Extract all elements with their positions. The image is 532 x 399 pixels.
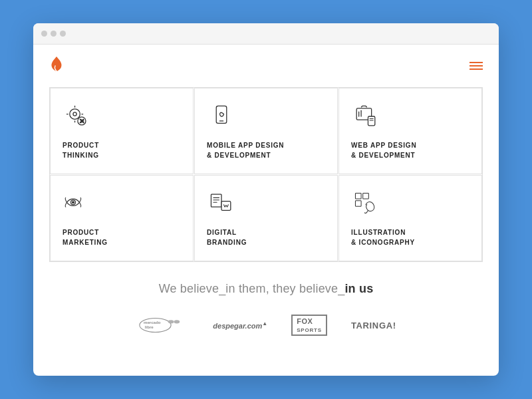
client-logo-mercadolibre: mercado libre (136, 316, 189, 334)
dot-red (41, 31, 47, 37)
service-card-product-thinking[interactable]: ✕ PRODUCTTHINKING (50, 88, 194, 174)
svg-rect-25 (355, 193, 361, 199)
service-label-digital-branding: DIGITALBRANDING (207, 227, 325, 247)
mobile-app-icon (207, 102, 236, 131)
browser-content: ✕ PRODUCTTHINKING (33, 45, 499, 376)
illustration-icon (351, 189, 380, 218)
fox-text: FOXSPORTS (291, 315, 327, 336)
logo-icon[interactable] (49, 55, 64, 76)
page-header (33, 45, 499, 87)
svg-point-32 (174, 320, 180, 323)
digital-branding-icon (207, 189, 236, 218)
service-card-web-app[interactable]: WEB APP DESIGN& DEVELOPMENT (338, 88, 482, 174)
service-label-product-thinking: PRODUCTTHINKING (63, 140, 181, 160)
service-label-mobile-app: MOBILE APP DESIGN& DEVELOPMENT (207, 140, 325, 160)
tagline-text: We believe_in them, they believe_in us (49, 282, 483, 296)
svg-rect-15 (368, 116, 374, 126)
dot-green (60, 31, 66, 37)
taringa-text: TARINGA! (351, 321, 396, 331)
web-app-icon (351, 102, 380, 131)
browser-dots (41, 31, 66, 37)
service-label-product-marketing: PRODUCTMARKETING (63, 227, 181, 247)
svg-point-19 (72, 201, 74, 203)
browser-titlebar (33, 23, 499, 45)
svg-rect-26 (363, 193, 369, 199)
svg-rect-20 (211, 194, 221, 207)
service-card-digital-branding[interactable]: DIGITALBRANDING (194, 175, 338, 261)
client-logo-fox: FOXSPORTS (291, 315, 327, 336)
services-grid: ✕ PRODUCTTHINKING (49, 87, 483, 262)
service-card-illustration[interactable]: ILLUSTRATION& ICONOGRAPHY (338, 175, 482, 261)
svg-point-31 (168, 320, 174, 323)
tagline-section: We believe_in them, they believe_in us (33, 262, 499, 307)
svg-text:libre: libre (145, 325, 154, 329)
tagline-suffix: in us (344, 282, 373, 295)
product-marketing-icon (63, 189, 92, 218)
svg-text:mercado: mercado (144, 320, 161, 325)
despegar-text: despegar.com▲ (213, 321, 267, 330)
service-card-mobile-app[interactable]: MOBILE APP DESIGN& DEVELOPMENT (194, 88, 338, 174)
browser-window: ✕ PRODUCTTHINKING (33, 23, 499, 376)
client-logo-taringa: TARINGA! (351, 321, 396, 331)
service-card-product-marketing[interactable]: PRODUCTMARKETING (50, 175, 194, 261)
product-thinking-icon: ✕ (63, 102, 92, 131)
svg-point-0 (70, 109, 80, 120)
service-label-web-app: WEB APP DESIGN& DEVELOPMENT (351, 140, 469, 160)
service-label-illustration: ILLUSTRATION& ICONOGRAPHY (351, 227, 469, 247)
dot-yellow (51, 31, 57, 37)
clients-section: mercado libre despegar.com▲ FOXSPORTS TA… (33, 307, 499, 349)
svg-point-1 (73, 112, 76, 116)
tagline-prefix: We believe_in them, they believe_ (159, 282, 345, 295)
client-logo-despegar: despegar.com▲ (213, 321, 267, 330)
svg-rect-27 (355, 201, 361, 207)
hamburger-menu-icon[interactable] (469, 62, 483, 70)
